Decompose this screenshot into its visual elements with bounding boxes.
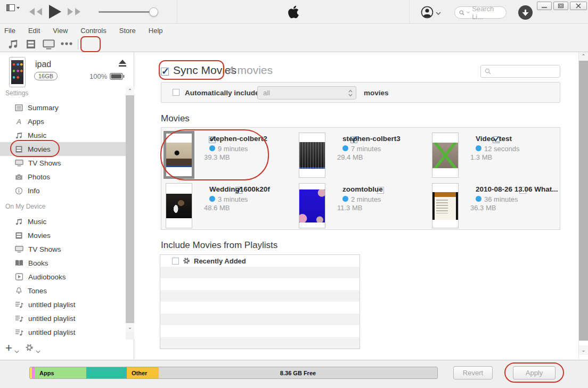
sidebar-item-omd-movies[interactable]: Movies [0, 228, 126, 242]
menu-edit[interactable]: Edit [28, 27, 40, 35]
minimize-button[interactable] [537, 2, 552, 10]
device-name[interactable]: ipad [35, 60, 51, 69]
playlist-empty-row [160, 325, 360, 337]
content-scrollbar-thumb[interactable] [579, 61, 588, 341]
gear-chevron-icon[interactable] [36, 347, 40, 355]
mini-player-menu-icon[interactable] [6, 4, 20, 14]
movie-thumbnail[interactable] [299, 183, 325, 228]
movie-thumbnail[interactable] [299, 133, 325, 178]
sync-movies-checkbox[interactable] [161, 68, 169, 76]
movies-tab-icon[interactable] [26, 39, 36, 49]
sidebar-item-omd-tv-shows[interactable]: TV Shows [0, 242, 126, 256]
sidebar-item-omd-books[interactable]: Books [0, 256, 126, 270]
revert-button[interactable]: Revert [453, 366, 493, 379]
auto-include-select[interactable]: all [257, 86, 356, 100]
sidebar-item-music[interactable]: Music [0, 128, 126, 142]
music-icon [15, 218, 23, 226]
playlist-empty-row [160, 337, 360, 349]
previous-button[interactable] [28, 7, 44, 16]
capacity-segment-apps: Apps [35, 367, 86, 378]
movies-search-input[interactable] [480, 65, 560, 78]
scroll-up-icon[interactable]: ⌃ [579, 52, 588, 61]
menu-view[interactable]: View [53, 27, 68, 35]
status-dot [342, 145, 348, 151]
menu-help[interactable]: Help [149, 27, 163, 35]
sidebar-item-playlist-3[interactable]: untitled playlist [0, 325, 126, 339]
movie-name: Video_test [476, 135, 512, 143]
sidebar-item-omd-music[interactable]: Music [0, 214, 126, 228]
gear-button[interactable] [24, 343, 34, 354]
scroll-down-icon[interactable]: ⌄ [579, 345, 588, 355]
next-button[interactable] [66, 7, 82, 16]
movie-size: 29.4 MB [337, 153, 363, 161]
more-media-icon[interactable] [61, 42, 72, 45]
movie-name: zoomtoblue [342, 185, 383, 193]
music-tab-icon[interactable] [7, 38, 19, 49]
sidebar-item-omd-tones[interactable]: Tones [0, 284, 126, 298]
account-chevron-icon[interactable] [436, 9, 441, 17]
playlist-row-recently-added[interactable]: Recently Added [160, 255, 360, 267]
tv-shows-tab-icon[interactable] [43, 39, 55, 49]
playlist-icon [15, 328, 23, 336]
movie-size: 11.3 MB [337, 204, 362, 212]
sidebar-item-info[interactable]: Info [0, 184, 126, 197]
audiobooks-icon [15, 273, 23, 280]
menu-controls[interactable]: Controls [80, 27, 106, 35]
music-icon [15, 131, 23, 139]
movie-duration: 36 minutes [484, 195, 518, 203]
add-playlist-button[interactable]: + [5, 341, 12, 355]
scroll-up-icon[interactable]: ⌃ [126, 87, 134, 95]
movie-thumbnail[interactable] [432, 133, 459, 178]
menu-store[interactable]: Store [119, 27, 136, 35]
playlist-icon [15, 301, 23, 309]
maximize-button[interactable] [553, 2, 568, 10]
menu-file[interactable]: File [4, 27, 15, 35]
close-button[interactable] [570, 2, 587, 10]
eject-icon[interactable] [118, 60, 127, 69]
capacity-segment-documents [86, 367, 127, 378]
add-chevron-icon[interactable] [14, 347, 19, 355]
movie-thumbnail[interactable] [166, 183, 192, 228]
playlist-empty-row [160, 278, 360, 290]
info-icon [15, 187, 23, 195]
sidebar-item-summary[interactable]: Summary [0, 101, 126, 114]
books-icon [15, 259, 23, 267]
sidebar-scrollbar[interactable]: ⌃ ⌄ [126, 87, 134, 340]
sidebar-item-photos[interactable]: Photos [0, 170, 126, 184]
apply-button[interactable]: Apply [513, 366, 556, 379]
sidebar-item-playlist-2[interactable]: untitled playlist [0, 311, 126, 325]
select-stepper-icon [348, 89, 353, 97]
playlist-empty-row [160, 267, 360, 278]
sidebar-item-tv-shows[interactable]: TV Shows [0, 156, 126, 170]
sidebar-item-playlist-1[interactable]: untitled playlist [0, 298, 126, 311]
scroll-down-icon[interactable]: ⌄ [126, 323, 134, 332]
volume-slider-knob[interactable] [149, 7, 158, 16]
volume-slider[interactable] [99, 11, 157, 13]
battery-percent: 100% [89, 72, 107, 80]
account-icon[interactable] [421, 6, 434, 19]
content-scrollbar[interactable]: ⌃ ⌄ [578, 52, 588, 359]
movie-thumbnail[interactable] [432, 183, 459, 228]
capacity-segment-free: 8.36 GB Free [159, 367, 437, 378]
movie-thumbnail[interactable] [164, 131, 194, 179]
play-button[interactable] [48, 4, 62, 19]
auto-include-panel: Automatically include all movies [161, 82, 560, 103]
auto-include-checkbox[interactable] [173, 89, 179, 96]
sidebar-item-apps[interactable]: A Apps [0, 114, 126, 128]
smart-playlist-gear-icon [182, 257, 191, 265]
select-value: all [263, 89, 270, 97]
toolbar-divider [78, 39, 78, 49]
library-search-input[interactable]: Search Li... [454, 6, 507, 19]
download-button[interactable] [518, 5, 533, 20]
movie-duration: 3 minutes [218, 195, 248, 203]
summary-icon [15, 104, 23, 112]
playlists-section-title: Include Movies from Playlists [161, 240, 277, 251]
on-my-device-section-label: On My Device [5, 203, 45, 210]
bell-icon [15, 287, 23, 295]
svg-text:A: A [16, 118, 21, 126]
sidebar-item-omd-audiobooks[interactable]: Audiobooks [0, 270, 126, 284]
sidebar-item-movies[interactable]: Movies [0, 142, 126, 156]
sidebar-scrollbar-thumb[interactable] [126, 95, 134, 323]
playlist-checkbox[interactable] [172, 258, 179, 265]
movies-icon [15, 232, 23, 240]
